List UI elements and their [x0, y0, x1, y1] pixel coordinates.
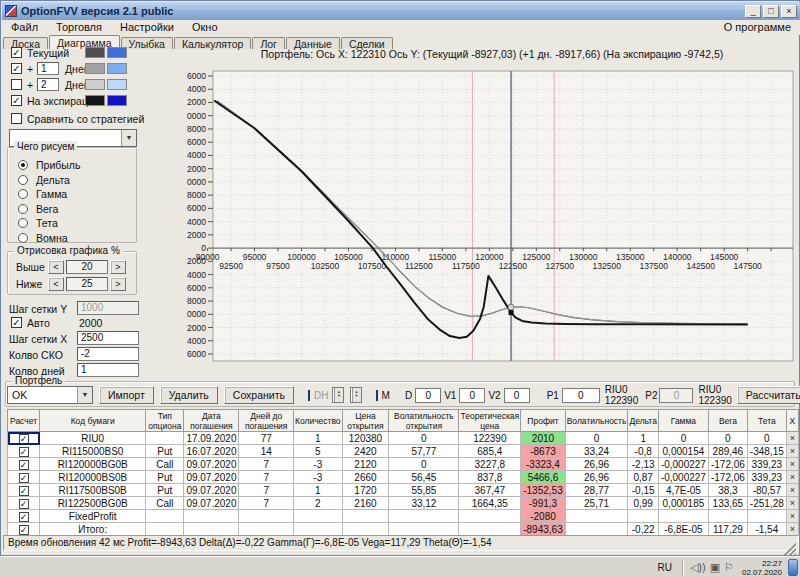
chevron-down-icon[interactable]: ▼	[77, 387, 92, 403]
legend-color-1-1[interactable]	[85, 63, 105, 74]
d-field[interactable]: 0	[415, 388, 441, 403]
row-checkbox[interactable]: ✓	[19, 460, 29, 470]
legend-color-1-2[interactable]	[85, 79, 105, 90]
row-delete-button[interactable]: ×	[786, 510, 798, 523]
row-delete-button[interactable]: ×	[786, 458, 798, 471]
column-header-Волатильность[interactable]: Волатильность	[565, 410, 628, 432]
auto-grid-checkbox[interactable]: ✓	[11, 317, 22, 328]
spinner-2[interactable]: 1▲ ▼	[350, 387, 362, 403]
table-row[interactable]: ✓Итого:-8943,63-0,22-6,8E-05117,29-1,54×	[8, 523, 799, 536]
row-checkbox[interactable]: ✓	[19, 447, 29, 457]
tab-Улыбка[interactable]: Улыбка	[121, 37, 173, 49]
table-row[interactable]: ✓RI117500BS0BPut09.07.202071172055,85367…	[8, 484, 799, 497]
menu-item-Файл[interactable]: Файл	[2, 20, 47, 35]
column-header-Количество[interactable]: Количество	[293, 410, 342, 432]
column-header-Дата погашения[interactable]: Дата погашения	[184, 410, 239, 432]
calc-margin-button[interactable]: Рассчитать ГО	[737, 386, 800, 404]
column-header-Тип опциона[interactable]: Тип опциона	[146, 410, 184, 432]
column-header-Гамма[interactable]: Гамма	[658, 410, 708, 432]
row-delete-button[interactable]: ×	[786, 523, 798, 536]
radio-Прибыль[interactable]	[18, 160, 28, 170]
table-row[interactable]: ✓RI122500BG0BCall09.07.202072216033,1216…	[8, 497, 799, 510]
render-value-1[interactable]: 25	[66, 277, 108, 291]
p2-field[interactable]: 0	[659, 388, 693, 403]
column-header-Волатильность открытия[interactable]: Волатильность открытия	[389, 410, 459, 432]
m-checkbox[interactable]	[376, 390, 378, 401]
spinner-arrows-icon[interactable]: ▲ ▼	[352, 388, 361, 402]
dh-checkbox[interactable]	[308, 390, 310, 401]
volume-icon[interactable]: ◁))	[690, 561, 706, 574]
row-delete-button[interactable]: ×	[786, 497, 798, 510]
table-row[interactable]: ✓RIU017.09.20207711203800122390201001000…	[8, 432, 799, 445]
v2-field[interactable]: 0	[504, 388, 530, 403]
p1-field[interactable]: 0	[562, 388, 600, 403]
table-row[interactable]: ✓RI120000BS0BPut09.07.20207-3266056,4583…	[8, 471, 799, 484]
legend-color-1-3[interactable]	[85, 95, 105, 106]
column-header-Дней до погашения[interactable]: Дней до погашения	[239, 410, 293, 432]
column-header-Цена открытия[interactable]: Цена открытия	[342, 410, 389, 432]
resize-grip[interactable]	[784, 543, 796, 555]
increase-button-0[interactable]: >	[110, 260, 126, 274]
maximize-button[interactable]: □	[763, 5, 779, 18]
row-delete-button[interactable]: ×	[786, 445, 798, 458]
spinner-1[interactable]: 0▲ ▼	[332, 387, 344, 403]
row-checkbox[interactable]: ✓	[19, 486, 29, 496]
row-checkbox[interactable]: ✓	[19, 473, 29, 483]
show-desktop-button[interactable]	[788, 559, 798, 576]
menu-item-Настройки[interactable]: Настройки	[111, 20, 183, 35]
legend-color-2-3[interactable]	[107, 95, 127, 106]
column-header-Дельта[interactable]: Дельта	[628, 410, 658, 432]
row-delete-button[interactable]: ×	[786, 484, 798, 497]
v1-field[interactable]: 0	[459, 388, 485, 403]
radio-Гамма[interactable]	[18, 189, 28, 199]
table-row[interactable]: ✓RI115000BS0Put16.07.2020145242057,77685…	[8, 445, 799, 458]
column-header-X[interactable]: X	[786, 410, 798, 432]
decrease-button-0[interactable]: <	[48, 260, 64, 274]
table-row[interactable]: ✓RI120000BG0BCall09.07.20207-3212003227,…	[8, 458, 799, 471]
row-delete-button[interactable]: ×	[786, 471, 798, 484]
column-header-Профит[interactable]: Профит	[521, 410, 565, 432]
column-header-Код бумаги[interactable]: Код бумаги	[40, 410, 146, 432]
legend-checkbox-1[interactable]: ✓	[11, 63, 22, 74]
chevron-down-icon[interactable]: ▼	[121, 130, 136, 146]
legend-days-input-2[interactable]: 2	[37, 78, 59, 91]
chart-svg[interactable]: 9000095000100000105000110000115000120000…	[187, 63, 797, 369]
column-header-Теоретическая цена[interactable]: Теоретическая цена	[459, 410, 521, 432]
flag-icon[interactable]: ⚐	[724, 561, 734, 574]
spinner-arrows-icon[interactable]: ▲ ▼	[334, 388, 343, 402]
row-checkbox[interactable]: ✓	[19, 434, 29, 444]
days-count-input[interactable]: 1	[77, 363, 139, 377]
language-indicator[interactable]: RU	[651, 562, 677, 573]
table-row[interactable]: ✓FixedProfit-2080×	[8, 510, 799, 523]
decrease-button-1[interactable]: <	[48, 277, 64, 291]
delete-button[interactable]: Удалить	[160, 386, 218, 404]
grid-step-y-input[interactable]: 1000	[77, 301, 139, 315]
radio-Дельта[interactable]	[18, 175, 28, 185]
menu-item-Окно[interactable]: Окно	[183, 20, 227, 35]
row-delete-button[interactable]: ×	[786, 432, 798, 445]
radio-Тета[interactable]	[18, 218, 28, 228]
row-checkbox[interactable]: ✓	[19, 512, 29, 522]
menu-item-Торговля[interactable]: Торговля	[47, 20, 111, 35]
legend-color-1-0[interactable]	[85, 47, 105, 58]
close-button[interactable]: ×	[781, 5, 797, 18]
clock[interactable]: 22:27 02.07.2020	[742, 559, 782, 577]
radio-Вега[interactable]	[18, 204, 28, 214]
row-checkbox[interactable]: ✓	[19, 525, 29, 535]
sko-count-input[interactable]: -2	[77, 347, 139, 361]
legend-color-2-2[interactable]	[107, 79, 127, 90]
legend-checkbox-2[interactable]	[11, 79, 22, 90]
payoff-chart[interactable]: 9000095000100000105000110000115000120000…	[187, 63, 797, 373]
column-header-Расчет[interactable]: Расчет	[8, 410, 40, 432]
legend-color-2-1[interactable]	[107, 63, 127, 74]
save-button[interactable]: Сохранить	[224, 386, 294, 404]
legend-checkbox-0[interactable]: ✓	[11, 47, 22, 58]
legend-checkbox-3[interactable]: ✓	[11, 95, 22, 106]
increase-button-1[interactable]: >	[110, 277, 126, 291]
network-icon[interactable]: ▣	[710, 561, 720, 574]
column-header-Тета[interactable]: Тета	[747, 410, 786, 432]
render-value-0[interactable]: 20	[66, 260, 108, 274]
menu-item-about[interactable]: О программе	[724, 21, 791, 33]
portfolio-combo[interactable]: OK▼	[7, 386, 93, 404]
radio-Вомна[interactable]	[18, 233, 28, 243]
